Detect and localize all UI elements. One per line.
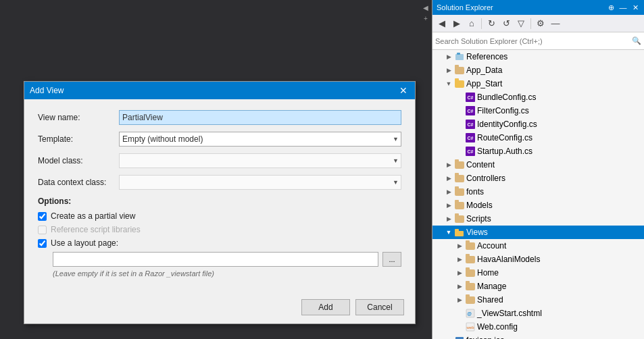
dialog-close-button[interactable]: ✕	[397, 84, 410, 97]
tree-item-startupauth[interactable]: ▶ C# Startup.Auth.cs	[432, 145, 644, 158]
references-icon	[454, 51, 465, 62]
tree-item-models[interactable]: ▶ Models	[432, 199, 644, 212]
svg-rect-0	[455, 54, 464, 60]
dialog-title: Add View	[30, 86, 397, 95]
se-search-icon: 🔍	[632, 36, 641, 45]
tree-item-views[interactable]: ▼ Views	[432, 226, 644, 239]
layout-browse-button[interactable]: ...	[382, 252, 401, 267]
add-button[interactable]: Add	[301, 299, 350, 315]
shared-folder-icon	[465, 294, 476, 305]
strip-arrow[interactable]: ◀	[421, 3, 430, 12]
options-title: Options:	[38, 197, 401, 206]
tree-item-favicon[interactable]: ▶ favicon.ico	[432, 334, 644, 339]
se-refresh-button[interactable]: ↺	[499, 17, 513, 30]
expand-scripts[interactable]: ▶	[443, 213, 454, 224]
tree-item-account[interactable]: ▶ Account	[432, 239, 644, 253]
use-layout-label[interactable]: Use a layout page:	[51, 238, 118, 248]
se-close-button[interactable]: ✕	[630, 3, 640, 12]
tree-item-scripts[interactable]: ▶ Scripts	[432, 212, 644, 226]
tree-item-fonts[interactable]: ▶ fonts	[432, 185, 644, 199]
tree-label-models: Models	[466, 201, 493, 210]
expand-shared[interactable]: ▶	[454, 294, 465, 305]
se-titlebar-icons: ⊕ — ✕	[606, 3, 640, 12]
template-label: Template:	[38, 134, 119, 144]
tree-label-references: References	[466, 52, 507, 61]
expand-models[interactable]: ▶	[443, 200, 454, 211]
expand-content[interactable]: ▶	[443, 159, 454, 170]
se-tree: ▶ References ▶ App_Data ▼ App_Start ▶ C#…	[432, 50, 644, 339]
se-minimize-panel-button[interactable]: —	[549, 17, 562, 30]
se-filter-button[interactable]: ▽	[514, 17, 528, 30]
webconfig-icon: web	[465, 321, 476, 332]
strip-pin[interactable]: +	[421, 14, 430, 23]
model-class-select[interactable]	[119, 153, 401, 168]
use-layout-checkbox[interactable]	[38, 239, 47, 248]
model-class-label: Model class:	[38, 156, 119, 165]
reference-scripts-row: Reference script libraries	[38, 225, 401, 234]
se-sync-button[interactable]: ↻	[485, 17, 498, 30]
tree-item-routeconfig[interactable]: ▶ C# RouteConfig.cs	[432, 131, 644, 145]
se-search-input[interactable]	[435, 37, 632, 45]
create-partial-checkbox[interactable]	[38, 212, 47, 221]
expand-manage[interactable]: ▶	[454, 281, 465, 292]
tree-label-identityconfig: IdentityConfig.cs	[477, 120, 537, 129]
tree-item-havaalanimodels[interactable]: ▶ HavaAlaniModels	[432, 253, 644, 266]
expand-app-start[interactable]: ▼	[443, 78, 454, 89]
tree-label-routeconfig: RouteConfig.cs	[477, 133, 532, 142]
expand-fonts[interactable]: ▶	[443, 186, 454, 197]
template-select[interactable]: Empty (without model) Empty Create Delet…	[119, 132, 401, 147]
tree-item-controllers[interactable]: ▶ Controllers	[432, 172, 644, 185]
tree-item-webconfig[interactable]: ▶ web Web.config	[432, 320, 644, 334]
expand-havaalanimodels[interactable]: ▶	[454, 254, 465, 265]
data-context-select-wrap: ▼	[119, 175, 401, 190]
tree-item-shared[interactable]: ▶ Shared	[432, 293, 644, 307]
tree-item-manage[interactable]: ▶ Manage	[432, 280, 644, 293]
expand-account[interactable]: ▶	[454, 240, 465, 251]
tree-label-manage: Manage	[477, 282, 506, 291]
reference-scripts-label[interactable]: Reference script libraries	[51, 225, 141, 234]
se-home-button[interactable]: ⌂	[465, 17, 478, 30]
create-partial-row: Create as a partial view	[38, 211, 401, 221]
view-name-label: View name:	[38, 113, 119, 122]
se-minimize-button[interactable]: —	[618, 3, 628, 12]
tree-item-app-start[interactable]: ▼ App_Start	[432, 77, 644, 90]
controllers-folder-icon	[454, 173, 465, 184]
tree-item-content[interactable]: ▶ Content	[432, 158, 644, 172]
tree-item-bundleconfig[interactable]: ▶ C# BundleConfig.cs	[432, 90, 644, 104]
views-folder-icon	[454, 227, 465, 238]
dialog-body: View name: Template: Empty (without mode…	[24, 99, 415, 288]
tree-item-identityconfig[interactable]: ▶ C# IdentityConfig.cs	[432, 118, 644, 131]
se-forward-button[interactable]: ▶	[450, 17, 464, 30]
se-settings-button[interactable]: ⚙	[534, 17, 547, 30]
template-row: Template: Empty (without model) Empty Cr…	[38, 132, 401, 147]
add-view-dialog: Add View ✕ View name: Template: Empty (w…	[24, 81, 416, 324]
expand-controllers[interactable]: ▶	[443, 173, 454, 184]
svg-text:@: @	[467, 311, 472, 316]
data-context-select[interactable]	[119, 175, 401, 190]
reference-scripts-checkbox[interactable]	[38, 226, 47, 234]
tree-item-references[interactable]: ▶ References	[432, 50, 644, 63]
favicon-icon	[454, 335, 465, 339]
expand-views[interactable]: ▼	[443, 227, 454, 238]
tree-label-viewstart: _ViewStart.cshtml	[477, 309, 542, 318]
se-back-button[interactable]: ◀	[435, 17, 449, 30]
tree-item-app-data[interactable]: ▶ App_Data	[432, 63, 644, 77]
se-separator-2	[530, 18, 531, 29]
expand-app-data[interactable]: ▶	[443, 65, 454, 76]
expand-references[interactable]: ▶	[443, 51, 454, 62]
cancel-button[interactable]: Cancel	[355, 299, 404, 315]
se-search-bar: 🔍	[432, 32, 644, 50]
layout-path-input[interactable]	[53, 252, 378, 267]
se-titlebar: Solution Explorer ⊕ — ✕	[432, 0, 644, 15]
tree-item-filterconfig[interactable]: ▶ C# FilterConfig.cs	[432, 104, 644, 118]
tree-item-viewstart[interactable]: ▶ @ _ViewStart.cshtml	[432, 307, 644, 320]
se-pin-button[interactable]: ⊕	[606, 3, 616, 12]
app-start-folder-icon	[454, 78, 465, 89]
tree-item-home[interactable]: ▶ Home	[432, 266, 644, 280]
tree-label-scripts: Scripts	[466, 214, 491, 224]
view-name-input[interactable]	[119, 110, 401, 125]
account-folder-icon	[465, 240, 476, 251]
expand-home[interactable]: ▶	[454, 267, 465, 278]
tree-label-content: Content	[466, 160, 495, 170]
create-partial-label[interactable]: Create as a partial view	[51, 211, 135, 221]
